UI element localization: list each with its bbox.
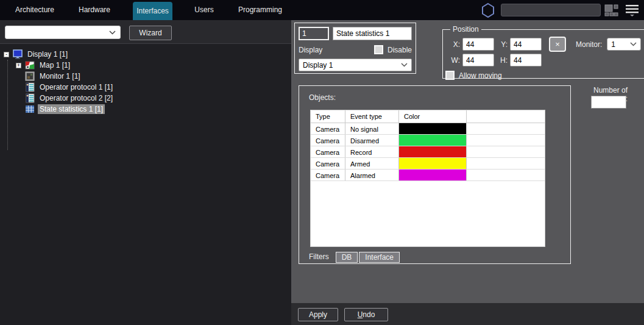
object-name-field[interactable] — [333, 27, 412, 40]
undo-button[interactable]: Undo — [344, 308, 388, 321]
hexagon-logo-icon — [481, 2, 495, 20]
table-row[interactable]: Camera Disarmed — [311, 135, 545, 146]
color-swatch[interactable] — [399, 146, 467, 157]
protocol-icon — [25, 93, 35, 103]
color-swatch[interactable] — [399, 170, 467, 180]
monitor-select[interactable]: 1 — [607, 38, 641, 51]
map-icon — [25, 60, 35, 70]
tree-item-label: Map 1 [1] — [38, 60, 72, 70]
tree-item-state-statistics[interactable]: State statistics 1 [1] — [0, 104, 291, 115]
tree-panel: Wizard - Display 1 [1] + — [0, 20, 291, 325]
col-color: Color — [399, 110, 467, 123]
display-select[interactable]: Display 1 — [299, 59, 412, 71]
color-swatch[interactable] — [399, 158, 467, 169]
y-field[interactable] — [510, 38, 542, 51]
col-type: Type — [311, 110, 345, 123]
table-row[interactable]: Camera Armed — [311, 158, 545, 170]
tab-programming[interactable]: Programming — [234, 0, 286, 20]
color-swatch[interactable] — [399, 135, 467, 146]
object-tree: - Display 1 [1] + Map 1 [1] — [0, 44, 291, 115]
action-bar: Apply Undo — [291, 303, 644, 325]
tab-architecture[interactable]: Architecture — [9, 0, 61, 20]
disable-label: Disable — [387, 46, 412, 54]
wizard-button[interactable]: Wizard — [129, 26, 172, 40]
objects-table[interactable]: Type Event type Color Camera No signal C… — [310, 110, 545, 247]
w-field[interactable] — [462, 54, 494, 66]
tab-db[interactable]: DB — [336, 252, 358, 263]
search-input[interactable] — [501, 4, 601, 16]
tab-hardware[interactable]: Hardware — [71, 0, 118, 20]
y-label: Y: — [494, 40, 508, 49]
object-id-field[interactable] — [299, 27, 329, 40]
tree-item-display[interactable]: - Display 1 [1] — [0, 49, 291, 60]
statistics-icon — [25, 104, 35, 114]
position-groupbox: Position X: Y: × Monitor: 1 W: H: — [442, 25, 644, 79]
chevron-down-icon — [401, 63, 408, 67]
allow-moving-checkbox[interactable] — [445, 71, 455, 80]
protocol-icon — [25, 82, 35, 92]
w-label: W: — [448, 56, 460, 65]
tree-item-operator-protocol-1[interactable]: Operator protocol 1 [1] — [0, 82, 291, 93]
objects-groupbox: Objects: Type Event type Color Camera No… — [299, 85, 571, 264]
table-row[interactable]: Camera No signal — [311, 123, 545, 135]
display-select-value: Display 1 — [303, 61, 398, 70]
tree-item-label: State statistics 1 [1] — [38, 104, 105, 114]
number-of-pixels-field[interactable] — [591, 96, 626, 109]
tree-item-map[interactable]: + Map 1 [1] — [0, 60, 291, 71]
chevron-down-icon — [109, 30, 116, 35]
display-label: Display — [299, 46, 322, 54]
tree-item-operator-protocol-2[interactable]: Operator protocol 2 [2] — [0, 93, 291, 104]
display-icon — [13, 49, 23, 59]
tree-item-label: Display 1 [1] — [26, 49, 69, 59]
expand-expander-icon[interactable]: + — [16, 63, 21, 68]
tree-item-label: Operator protocol 1 [1] — [38, 82, 115, 92]
tab-filters[interactable]: Filters — [303, 252, 334, 263]
monitor-icon — [25, 71, 35, 81]
object-filter-select[interactable] — [5, 26, 121, 39]
objects-label: Objects: — [309, 93, 336, 102]
chevron-down-icon — [630, 42, 637, 46]
monitor-select-value: 1 — [611, 40, 628, 49]
position-legend: Position — [450, 25, 481, 34]
collapse-expander-icon[interactable]: - — [4, 52, 9, 57]
objects-tab-bar: Filters DB Interface — [303, 252, 400, 263]
properties-panel: Display Disable Display 1 Position X: Y:… — [291, 20, 644, 325]
apply-button[interactable]: Apply — [298, 308, 338, 321]
monitor-label: Monitor: — [576, 40, 602, 49]
tree-item-monitor[interactable]: Monitor 1 [1] — [0, 71, 291, 82]
tab-interface[interactable]: Interface — [359, 252, 400, 263]
layout-grid-icon[interactable] — [604, 4, 620, 18]
x-label: X: — [448, 40, 460, 49]
table-row[interactable]: Camera Record — [311, 146, 545, 158]
identity-groupbox: Display Disable Display 1 — [294, 23, 416, 74]
disable-checkbox[interactable] — [374, 45, 383, 54]
h-label: H: — [494, 56, 508, 65]
tab-interfaces[interactable]: Interfaces — [133, 2, 172, 20]
allow-moving-label: Allow moving — [459, 71, 502, 80]
tree-toolbar: Wizard — [0, 20, 291, 44]
color-swatch[interactable] — [399, 123, 467, 134]
tab-users[interactable]: Users — [190, 0, 218, 20]
table-row[interactable]: Camera Alarmed — [311, 170, 545, 181]
top-menu-bar: Architecture Hardware Interfaces Users P… — [0, 0, 644, 20]
hamburger-menu-icon[interactable] — [625, 4, 640, 19]
col-event-type: Event type — [345, 110, 399, 123]
clear-position-button[interactable]: × — [549, 37, 566, 52]
h-field[interactable] — [510, 54, 542, 66]
tree-item-label: Operator protocol 2 [2] — [38, 93, 115, 103]
x-field[interactable] — [462, 38, 494, 51]
tree-item-label: Monitor 1 [1] — [38, 71, 82, 81]
objects-table-header: Type Event type Color — [311, 110, 545, 123]
